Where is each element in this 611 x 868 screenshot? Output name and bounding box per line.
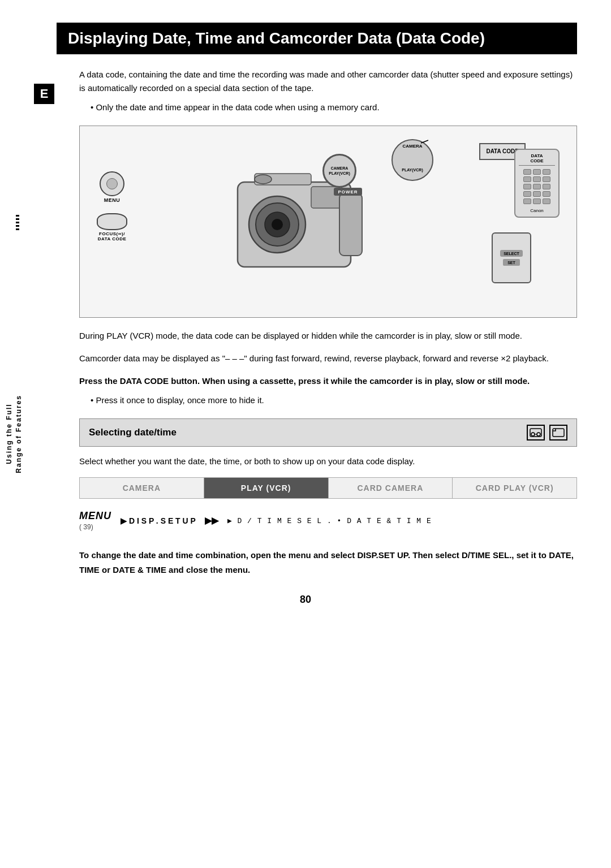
section-header-label: Selecting date/time <box>89 427 177 438</box>
press-data-code-text: Press the DATA CODE button. When using a… <box>79 374 577 388</box>
during-play-text: During PLAY (VCR) mode, the data code ca… <box>79 329 577 343</box>
svg-text:PLAY(VCR): PLAY(VCR) <box>402 168 423 172</box>
dial-camera: CAMERA <box>331 166 348 170</box>
page-title: Displaying Date, Time and Camcorder Data… <box>57 23 577 54</box>
remote-btn-row-2 <box>519 176 555 182</box>
remote-btn-3 <box>543 169 550 175</box>
intro-paragraph: A data code, containing the date and tim… <box>79 68 577 95</box>
svg-point-4 <box>272 219 283 230</box>
menu-label-group: MENU ( 39) <box>79 510 111 531</box>
remote-btn-4 <box>523 176 531 182</box>
menu-label: MENU <box>79 510 111 521</box>
menu-row: MENU ( 39) ▶ D I S P . S E T U P ▶▶ ▶ D … <box>79 510 577 531</box>
power-label: POWER <box>338 189 358 195</box>
remote-data-code: DATACODE <box>519 153 555 166</box>
section-icons <box>527 425 567 441</box>
remote-btn-8 <box>533 184 541 189</box>
remote-btn-13 <box>523 198 531 204</box>
menu-button-illus: MENU <box>97 171 127 203</box>
remote-canon-label: Canon <box>519 208 555 213</box>
tab-card-camera-label: CARD CAMERA <box>357 483 423 493</box>
remote-btn-row-3 <box>519 184 555 189</box>
select-wheel: SELECT SET <box>492 232 531 283</box>
tab-play-vcr[interactable]: PLAY (VCR) <box>204 478 329 498</box>
set-label: SET <box>507 261 515 265</box>
remote-control-group: DATACODE <box>514 149 560 218</box>
e-label-box: E <box>34 84 54 104</box>
tab-card-play-vcr[interactable]: CARD PLAY (VCR) <box>453 478 576 498</box>
main-content: A data code, containing the date and tim… <box>79 68 577 577</box>
dial-group: CAMERA PLAY(VCR) <box>390 137 435 183</box>
page-number: 80 <box>34 594 577 606</box>
focus-button-illus: FOCUS(∞)/ DATA CODE <box>97 213 127 241</box>
cassette-icon <box>527 425 545 441</box>
card-icon <box>549 425 567 441</box>
illustration-box: MENU FOCUS(∞)/ DATA CODE <box>79 126 577 318</box>
select-label: SELECT <box>504 252 519 256</box>
tab-camera[interactable]: CAMERA <box>80 478 204 498</box>
svg-point-13 <box>531 433 535 436</box>
e-label: E <box>40 87 49 101</box>
remote-btn-row-4 <box>519 191 555 197</box>
section-header: Selecting date/time <box>79 418 577 447</box>
remote-btn-2 <box>533 169 541 175</box>
tab-play-vcr-label: PLAY (VCR) <box>241 483 291 493</box>
svg-rect-16 <box>553 429 564 437</box>
tab-card-camera[interactable]: CARD CAMERA <box>329 478 453 498</box>
svg-point-14 <box>537 433 540 436</box>
menu-path-2: ▶ D / T I M E S E L . • D A T E & T I M … <box>227 516 432 525</box>
focus-btn-oval <box>97 213 127 230</box>
remote-btn-7 <box>523 184 531 189</box>
page-container: Using the Full Range of Features E Displ… <box>0 0 611 868</box>
svg-rect-6 <box>339 193 362 256</box>
illustration-inner: MENU FOCUS(∞)/ DATA CODE <box>80 126 576 317</box>
final-bold-text: To change the date and time combination,… <box>79 548 577 577</box>
svg-point-8 <box>255 175 272 184</box>
remote-control: DATACODE <box>514 149 560 218</box>
tab-camera-label: CAMERA <box>123 483 161 493</box>
menu-btn-circle <box>100 171 124 196</box>
remote-btn-1 <box>523 169 531 175</box>
card-svg <box>552 427 565 438</box>
menu-btn-label: MENU <box>104 197 121 203</box>
menu-path-1: ▶ D I S P . S E T U P <box>121 516 196 525</box>
menu-double-arrow: ▶▶ <box>205 515 218 526</box>
dial-play: PLAY(VCR) <box>329 171 350 175</box>
mode-tabs: CAMERA PLAY (VCR) CARD CAMERA CARD PLAY … <box>79 477 577 499</box>
remote-btn-10 <box>523 191 531 197</box>
select-btn: SELECT <box>500 250 523 257</box>
remote-btn-5 <box>533 176 541 182</box>
cassette-svg <box>530 427 542 438</box>
focus-btn-label: FOCUS(∞)/ DATA CODE <box>98 231 127 241</box>
dial-svg: CAMERA PLAY(VCR) <box>390 137 435 183</box>
remote-btn-9 <box>543 184 550 189</box>
power-btn: POWER <box>334 188 362 196</box>
button-group-left: MENU FOCUS(∞)/ DATA CODE <box>97 171 127 241</box>
menu-sub: ( 39) <box>79 523 93 531</box>
set-btn: SET <box>503 259 520 266</box>
remote-btn-11 <box>533 191 541 197</box>
tab-card-play-vcr-label: CARD PLAY (VCR) <box>476 483 554 493</box>
remote-btn-row-5 <box>519 198 555 204</box>
select-desc: Select whether you want the date, the ti… <box>79 455 577 468</box>
svg-text:CAMERA: CAMERA <box>402 144 422 149</box>
camcorder-data-text: Camcorder data may be displayed as "– – … <box>79 352 577 365</box>
remote-btn-12 <box>543 191 550 197</box>
remote-btn-14 <box>533 198 541 204</box>
dial-circle: CAMERA PLAY(VCR) <box>322 154 356 188</box>
remote-btn-15 <box>543 198 550 204</box>
power-button-area: POWER <box>334 188 362 196</box>
remote-btn-6 <box>543 176 550 182</box>
intro-bullet: • Only the date and time appear in the d… <box>91 101 577 114</box>
remote-btn-row-1 <box>519 169 555 175</box>
press-data-code-bullet: • Press it once to display, once more to… <box>91 394 577 407</box>
mode-dial: CAMERA PLAY(VCR) <box>311 151 368 191</box>
side-label-container: Using the Full Range of Features <box>5 226 24 642</box>
side-label: Using the Full Range of Features <box>5 395 24 473</box>
